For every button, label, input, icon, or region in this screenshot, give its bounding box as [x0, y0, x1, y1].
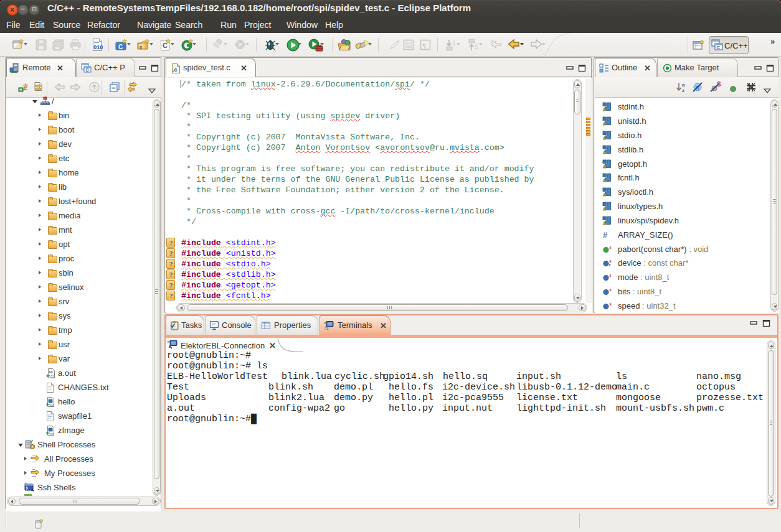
- svg-text:¶: ¶: [423, 42, 426, 49]
- svg-text:z: z: [682, 88, 684, 93]
- svg-text:#: #: [603, 230, 608, 239]
- svg-text:c: c: [140, 44, 143, 50]
- svg-text:a: a: [682, 82, 685, 88]
- svg-text:s: s: [610, 273, 612, 278]
- svg-text:s: s: [610, 287, 612, 292]
- svg-text:IOI: IOI: [50, 404, 54, 408]
- svg-text:C: C: [717, 45, 721, 50]
- svg-text:10: 10: [49, 370, 53, 374]
- svg-text:s: s: [610, 245, 612, 250]
- svg-text:C: C: [118, 44, 123, 50]
- svg-text:c: c: [609, 262, 612, 268]
- svg-text:s: s: [610, 301, 612, 307]
- svg-text:01: 01: [50, 375, 54, 378]
- svg-text:IOI: IOI: [50, 432, 54, 436]
- svg-text:.c: .c: [173, 67, 178, 73]
- svg-text:C: C: [86, 68, 89, 72]
- svg-text:010: 010: [93, 44, 103, 50]
